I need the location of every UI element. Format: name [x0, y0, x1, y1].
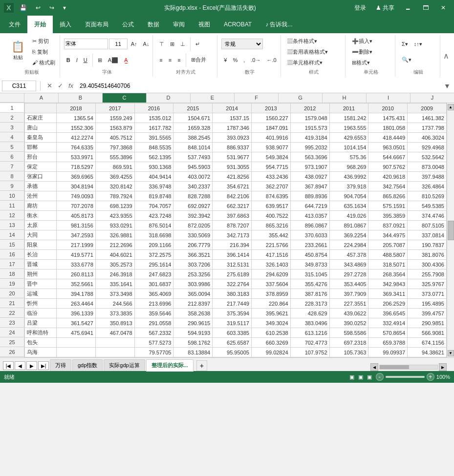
- cell-i4[interactable]: 429.6553: [329, 133, 368, 143]
- cell-c19[interactable]: 335.1641: [95, 279, 134, 289]
- cell-i17[interactable]: 343.4869: [329, 260, 368, 269]
- cell-j9[interactable]: 342.7564: [368, 182, 408, 191]
- cell-a9[interactable]: 承德: [25, 182, 57, 191]
- decimal-inc-btn[interactable]: .0→: [248, 56, 263, 64]
- cell-g7[interactable]: 954.7715: [251, 162, 290, 172]
- maximize-btn[interactable]: 🗖: [419, 1, 432, 15]
- cell-h12[interactable]: 413.0357: [290, 211, 329, 221]
- cell-g3[interactable]: 1847.091: [251, 123, 290, 133]
- cell-e22[interactable]: 358.2638: [173, 309, 213, 318]
- cell-i11[interactable]: 635.1634: [329, 201, 368, 211]
- cell-h23[interactable]: 383.0496: [290, 318, 329, 328]
- font-name-input[interactable]: [64, 39, 108, 49]
- cell-c13[interactable]: 933.0291: [95, 221, 134, 230]
- hscroll-left-btn[interactable]: ◀: [370, 363, 378, 371]
- cell-h19[interactable]: 355.4276: [290, 279, 329, 289]
- cell-header-g[interactable]: 2013: [251, 103, 290, 113]
- quick-more[interactable]: ▾: [60, 3, 69, 12]
- cell-a3[interactable]: 唐山: [25, 123, 57, 133]
- cell-a15[interactable]: 阳泉: [25, 240, 57, 250]
- cell-i26[interactable]: 105.7363: [329, 348, 368, 357]
- col-header-d[interactable]: D: [147, 93, 191, 103]
- font-decrease-btn[interactable]: A↓: [141, 40, 152, 48]
- quick-save[interactable]: 💾: [17, 3, 30, 12]
- tab-home[interactable]: 开始: [27, 16, 53, 33]
- cell-a16[interactable]: 长治: [25, 250, 57, 260]
- cell-e25[interactable]: 598.1762: [173, 338, 213, 348]
- cell-i5[interactable]: 1014.154: [329, 143, 368, 152]
- cell-d8[interactable]: 404.9414: [134, 172, 173, 182]
- cell-j5[interactable]: 963.0501: [368, 143, 408, 152]
- cell-i24[interactable]: 598.5586: [329, 328, 368, 338]
- cell-e6[interactable]: 537.7493: [173, 152, 213, 162]
- cell-e20[interactable]: 365.0094: [173, 289, 213, 299]
- cell-a12[interactable]: 衡水: [25, 211, 57, 221]
- cell-k17[interactable]: 300.4306: [408, 260, 447, 269]
- cell-h17[interactable]: 349.8733: [290, 260, 329, 269]
- cell-b20[interactable]: 394.1788: [57, 289, 96, 299]
- row-header-16[interactable]: 16: [0, 249, 24, 259]
- cell-e8[interactable]: 403.0072: [173, 172, 213, 182]
- cell-g14[interactable]: 355.442: [251, 230, 290, 240]
- merge-btn[interactable]: ⊞合并: [189, 55, 209, 65]
- italic-btn[interactable]: I: [74, 56, 80, 64]
- cell-c7[interactable]: 869.591: [95, 162, 134, 172]
- tab-gdp-calc[interactable]: 实际gdp运算: [104, 359, 145, 371]
- cell-h10[interactable]: 889.8936: [290, 191, 329, 201]
- cell-g9[interactable]: 362.2707: [251, 182, 290, 191]
- col-header-g[interactable]: G: [279, 93, 323, 103]
- cell-c8[interactable]: 369.4255: [95, 172, 134, 182]
- cell-f22[interactable]: 375.3594: [213, 309, 252, 318]
- col-header-a[interactable]: A: [24, 93, 59, 103]
- cell-j17[interactable]: 318.5071: [368, 260, 408, 269]
- cell-styles-btn[interactable]: ▤单元格样式▾: [285, 58, 325, 68]
- cell-d22[interactable]: 359.5646: [134, 309, 173, 318]
- cell-j18[interactable]: 268.3564: [368, 269, 408, 279]
- row-header-5[interactable]: 5: [0, 142, 24, 152]
- cell-a5[interactable]: 邯郸: [25, 143, 57, 152]
- cell-j12[interactable]: 395.3859: [368, 211, 408, 221]
- row-header-3[interactable]: 3: [0, 123, 24, 132]
- row-header-15[interactable]: 15: [0, 240, 24, 249]
- cell-header-f[interactable]: 2014: [213, 103, 252, 113]
- cell-a18[interactable]: 朔州: [25, 269, 57, 279]
- cell-i9[interactable]: 379.918: [329, 182, 368, 191]
- row-header-8[interactable]: 8: [0, 171, 24, 181]
- cell-i16[interactable]: 457.378: [329, 250, 368, 260]
- cell-d14[interactable]: 318.6698: [134, 230, 173, 240]
- cell-b26[interactable]: [57, 348, 96, 357]
- align-top-btn[interactable]: ⊤: [157, 40, 167, 49]
- row-header-14[interactable]: 14: [0, 230, 24, 240]
- cell-j6[interactable]: 544.6667: [368, 152, 408, 162]
- cell-k6[interactable]: 532.5642: [408, 152, 447, 162]
- cell-h15[interactable]: 233.2661: [290, 240, 329, 250]
- cell-b13[interactable]: 981.3156: [57, 221, 96, 230]
- cell-g13[interactable]: 865.3216: [251, 221, 290, 230]
- cell-e13[interactable]: 872.0205: [173, 221, 213, 230]
- cell-k10[interactable]: 810.5269: [408, 191, 447, 201]
- cell-i2[interactable]: 1581.242: [329, 113, 368, 123]
- formula-input[interactable]: [78, 81, 440, 91]
- cell-i6[interactable]: 575.36: [329, 152, 368, 162]
- cell-k26[interactable]: 94.38621: [408, 348, 447, 357]
- cell-f16[interactable]: 396.1414: [213, 250, 252, 260]
- sheet-nav-prev[interactable]: ◀: [15, 361, 25, 370]
- tab-insert[interactable]: 插入: [53, 16, 78, 33]
- cell-k23[interactable]: 290.9851: [408, 318, 447, 328]
- cell-g6[interactable]: 549.3824: [251, 152, 290, 162]
- cell-j16[interactable]: 488.5807: [368, 250, 408, 260]
- cell-h13[interactable]: 896.0867: [290, 221, 329, 230]
- cell-h5[interactable]: 995.2032: [290, 143, 329, 152]
- border-btn[interactable]: ⊞: [95, 56, 105, 65]
- table-format-btn[interactable]: ▤套用表格格式▾: [285, 47, 330, 57]
- cell-c21[interactable]: 244.566: [95, 299, 134, 309]
- cell-g26[interactable]: 99.02824: [251, 348, 290, 357]
- row-header-12[interactable]: 12: [0, 210, 24, 220]
- cell-b18[interactable]: 260.8113: [57, 269, 96, 279]
- cell-e3[interactable]: 1659.328: [173, 123, 213, 133]
- cell-b15[interactable]: 217.1999: [57, 240, 96, 250]
- tab-data[interactable]: 数据: [141, 16, 166, 33]
- cell-e17[interactable]: 303.7206: [173, 260, 213, 269]
- cell-b8[interactable]: 369.6965: [57, 172, 96, 182]
- tab-formulas[interactable]: 公式: [115, 16, 141, 33]
